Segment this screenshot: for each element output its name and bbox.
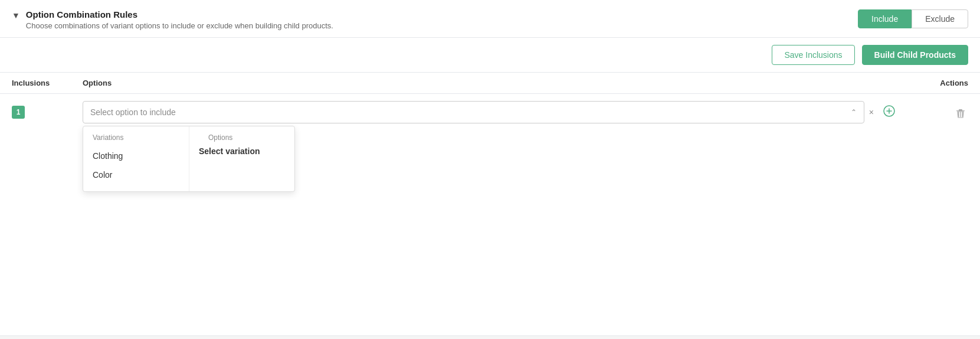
col-inclusions-header: Inclusions (12, 79, 83, 87)
toolbar-row: Save Inclusions Build Child Products (0, 38, 980, 73)
table-header: Inclusions Options Actions (0, 73, 980, 94)
svg-rect-3 (956, 110, 965, 111)
build-child-products-button[interactable]: Build Child Products (862, 45, 968, 65)
options-col-header: Options (199, 133, 285, 146)
exclude-button[interactable]: Exclude (912, 9, 968, 28)
header-section: ▼ Option Combination Rules Choose combin… (0, 0, 980, 38)
content-area: 1 Select option to include ⌃ × (0, 94, 980, 339)
dropdown-options-column: Options Select variation (189, 126, 294, 191)
inclusion-number-badge: 1 (12, 106, 25, 119)
save-inclusions-button[interactable]: Save Inclusions (772, 45, 854, 65)
col-options-header: Options (83, 79, 897, 87)
table-row: 1 Select option to include ⌃ × (12, 101, 968, 127)
dropdown-variations-column: Variations Clothing Color (83, 126, 189, 191)
page-title: Option Combination Rules (26, 9, 333, 19)
clear-icon[interactable]: × (867, 107, 876, 117)
variation-item-clothing[interactable]: Clothing (83, 146, 189, 165)
add-option-icon[interactable] (881, 105, 897, 120)
page-wrapper: ▼ Option Combination Rules Choose combin… (0, 0, 980, 339)
dropdown-panel: Variations Clothing Color Options Select… (83, 126, 295, 192)
select-placeholder: Select option to include (90, 107, 846, 117)
include-exclude-toggle: Include Exclude (858, 9, 968, 28)
variation-item-color[interactable]: Color (83, 165, 189, 184)
inclusion-number-cell: 1 (12, 101, 83, 119)
add-inclusion-footer[interactable]: Add Inclusion (0, 335, 980, 339)
header-title-block: Option Combination Rules Choose combinat… (26, 9, 333, 30)
table-content: 1 Select option to include ⌃ × (0, 94, 980, 134)
chevron-up-icon: ⌃ (851, 108, 857, 116)
collapse-icon[interactable]: ▼ (12, 11, 20, 20)
col-actions-header: Actions (897, 79, 968, 87)
select-option-trigger[interactable]: Select option to include ⌃ (83, 101, 864, 123)
delete-inclusion-button[interactable] (953, 106, 968, 123)
variations-col-header: Variations (83, 133, 189, 146)
include-button[interactable]: Include (858, 9, 912, 28)
trash-icon (955, 108, 966, 119)
header-left: ▼ Option Combination Rules Choose combin… (12, 9, 333, 30)
page-subtitle: Choose combinations of variant options t… (26, 21, 333, 30)
select-variation-prompt: Select variation (199, 146, 285, 156)
options-cell: Select option to include ⌃ × (83, 101, 897, 123)
actions-cell (897, 101, 968, 123)
svg-rect-5 (960, 112, 961, 117)
